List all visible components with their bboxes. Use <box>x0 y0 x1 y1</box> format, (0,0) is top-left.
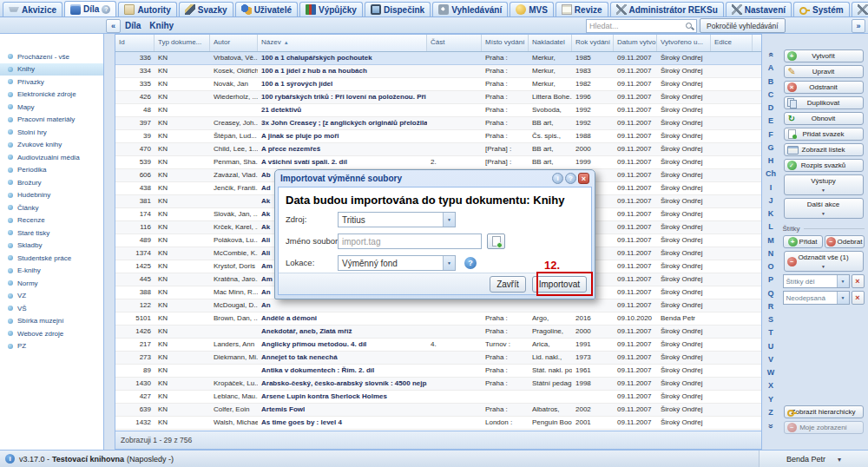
table-row[interactable]: 89KNAntika v dokumentech : Řím. 2. dílPr… <box>115 365 761 378</box>
search-input[interactable] <box>587 22 685 30</box>
tab-dila[interactable]: Díla <box>64 1 116 16</box>
alphabet-letter-i[interactable]: I <box>770 184 773 192</box>
help-icon[interactable] <box>565 173 576 184</box>
table-row[interactable]: 539KNPenman, Sha...A všichni svatí spali… <box>115 156 761 169</box>
my-view-button[interactable]: Moje zobrazení <box>784 421 864 434</box>
sidebar-item-elektronicke-zdroje[interactable]: Elektronické zdroje <box>0 89 103 102</box>
alphabet-letter-ch[interactable]: Ch <box>766 170 776 178</box>
tab-vyhledavani[interactable]: Vyhledávání <box>432 2 508 16</box>
table-row[interactable]: 470KNChild, Lee, 1...A přece nezemřeš[Pr… <box>115 143 761 156</box>
sidebar-item-zvukove-knihy[interactable]: Zvukové knihy <box>0 139 103 152</box>
alphabet-letter-v[interactable]: V <box>768 356 773 364</box>
table-row[interactable]: 122KNMcDougal, D...An09.11.2007Široký On… <box>115 299 761 312</box>
alphabet-letter-c[interactable]: C <box>768 91 774 99</box>
sidebar-item-mapy[interactable]: Mapy <box>0 101 103 114</box>
sidebar-item-privazky[interactable]: Přívazky <box>0 76 103 89</box>
odstranit-button[interactable]: Odstranit <box>784 81 864 94</box>
tab-menu-icon[interactable] <box>102 5 110 14</box>
sidebar-item-stare-tisky[interactable]: Staré tisky <box>0 227 103 240</box>
obnovit-button[interactable]: Obnovit <box>784 112 864 125</box>
source-select[interactable]: Tritius <box>338 212 456 227</box>
filename-input[interactable] <box>338 234 482 249</box>
dialog-titlebar[interactable]: Importovat výměnné soubory <box>278 170 592 187</box>
column-header-misto-vydani[interactable]: Místo vydání <box>482 35 529 51</box>
sidebar-item-vs[interactable]: VŠ <box>0 302 103 315</box>
tags-filter-select[interactable]: Štítky děl <box>783 274 850 288</box>
sidebar-item-pz[interactable]: PZ <box>0 340 103 353</box>
table-row[interactable]: 397KNCreasey, Joh...3x John Creasey ; [z… <box>115 117 761 130</box>
sidebar-item-clanky[interactable]: Články <box>0 201 103 214</box>
alphabet-letter-b[interactable]: B <box>768 78 774 86</box>
tab-dispecink[interactable]: Dispečink <box>365 2 431 16</box>
table-row[interactable]: 1426KNAnekdotář, aneb, Zlatá mřížPraha :… <box>115 326 761 339</box>
sidebar-item-stolni-hry[interactable]: Stolní hry <box>0 126 103 139</box>
sidebar-item-prochazeni-vse[interactable]: Procházení - vše <box>0 50 103 63</box>
sidebar-item-pracovni-materialy[interactable]: Pracovní materiály <box>0 114 103 127</box>
dalsi-akce-button[interactable]: Další akce <box>784 198 864 219</box>
status-filter-select[interactable]: Neodepsaná <box>783 291 850 305</box>
rozpis-svazku-button[interactable]: Rozpis svazků <box>784 159 864 172</box>
table-row[interactable]: 334KNKosek, Oldřich100 a 1 jídel z hub a… <box>115 65 761 78</box>
tab-uzivatele[interactable]: Uživatelé <box>235 2 298 16</box>
alphabet-letter-r[interactable]: R <box>768 303 774 311</box>
sidebar-item-knihy[interactable]: Knihy <box>0 63 103 76</box>
sidebar-item-studentske-prace[interactable]: Studentské práce <box>0 252 103 265</box>
alphabet-letter-w[interactable]: W <box>767 369 775 377</box>
expand-panel-button[interactable]: » <box>852 19 865 33</box>
sidebar-item-sbirka-muzejni[interactable]: Sbírka muzejní <box>0 315 103 328</box>
help-icon[interactable] <box>464 257 477 269</box>
alphabet-letter-t[interactable]: T <box>768 329 773 337</box>
tab-mvs[interactable]: MVS <box>510 2 554 16</box>
column-header-autor[interactable]: Autor <box>210 35 258 51</box>
info-icon[interactable] <box>552 173 563 184</box>
scroll-to-top-icon[interactable] <box>766 52 775 57</box>
table-row[interactable]: 48KN21 detektivůPraha :Svoboda,199209.11… <box>115 104 761 117</box>
duplikovat-button[interactable]: Duplikovat <box>784 96 864 109</box>
column-header-typ-dokume[interactable]: Typ dokume... <box>155 35 210 51</box>
alphabet-letter-l[interactable]: L <box>768 223 773 231</box>
tab-revize[interactable]: Revize <box>556 2 608 16</box>
column-header-vytvoreno-u[interactable]: Vytvořeno u... <box>657 35 711 51</box>
tab-system[interactable]: Systém <box>793 2 850 16</box>
alphabet-letter-x[interactable]: X <box>768 382 773 390</box>
column-header-id[interactable]: Id <box>115 35 155 51</box>
table-row[interactable]: 1430KNKropáček, Lu...Arabsko-český, česk… <box>115 378 761 391</box>
vystupy-button[interactable]: Výstupy <box>784 174 864 195</box>
sidebar-item-e-knihy[interactable]: E-knihy <box>0 265 103 278</box>
table-row[interactable]: 1432KNWalsh, MichaelAs time goes by : le… <box>115 417 761 430</box>
alphabet-letter-p[interactable]: P <box>768 276 773 284</box>
alphabet-letter-y[interactable]: Y <box>768 396 773 404</box>
table-row[interactable]: 39KNŠtěpán, Lud...A jinak se pluje po mo… <box>115 130 761 143</box>
alphabet-letter-k[interactable]: K <box>768 210 774 218</box>
advanced-search-button[interactable]: Pokročilé vyhledávání <box>700 18 786 33</box>
clear-tags-filter-button[interactable] <box>852 274 865 288</box>
sidebar-item-normy[interactable]: Normy <box>0 277 103 290</box>
tab-autority[interactable]: Autority <box>118 2 176 16</box>
column-header-datum-vytvo[interactable]: Datum vytvo... <box>614 35 657 51</box>
table-row[interactable]: 426KNWiederholz, ...100 rybářských triků… <box>115 91 761 104</box>
table-row[interactable]: 5101KNBrown, Dan, ...Andělé a démoniPrah… <box>115 312 761 326</box>
clear-status-filter-button[interactable] <box>852 291 865 305</box>
sidebar-item-hudebniny[interactable]: Hudebniny <box>0 189 103 202</box>
table-row[interactable]: 335KNNovák, Jan100 a 1 sýrových jídelPra… <box>115 78 761 91</box>
upravit-button[interactable]: Upravit <box>784 65 864 78</box>
breadcrumb-section[interactable]: Díla <box>125 21 141 30</box>
table-row[interactable]: 217KNLanders, AnnAnglicky přímou metodou… <box>115 339 761 352</box>
search-icon[interactable] <box>685 22 694 31</box>
tab-administrator-reksu[interactable]: Administrátor REKSu <box>610 2 724 16</box>
sidebar-item-webove-zdroje[interactable]: Webové zdroje <box>0 327 103 340</box>
tab-akvizice[interactable]: Akvizice <box>3 2 62 16</box>
tab-sluzba[interactable]: Služba <box>852 2 868 16</box>
table-row[interactable]: 639KNColfer, EoinArtemis FowlPraha :Alba… <box>115 404 761 417</box>
browse-file-button[interactable] <box>487 234 505 249</box>
location-select[interactable]: Výměnný fond <box>338 255 456 271</box>
column-header-nazev[interactable]: Název <box>258 35 427 51</box>
sidebar-item-periodika[interactable]: Periodika <box>0 164 103 177</box>
alphabet-letter-q[interactable]: Q <box>767 290 773 298</box>
import-button[interactable]: Importovat <box>532 276 587 293</box>
sidebar-item-skladby[interactable]: Skladby <box>0 240 103 253</box>
tab-vypujcky[interactable]: Výpůjčky <box>299 2 363 16</box>
column-header-edice[interactable]: Edice <box>711 35 753 51</box>
show-hierarchy-button[interactable]: Zobrazit hierarchicky <box>784 405 864 418</box>
alphabet-letter-e[interactable]: E <box>768 117 773 125</box>
